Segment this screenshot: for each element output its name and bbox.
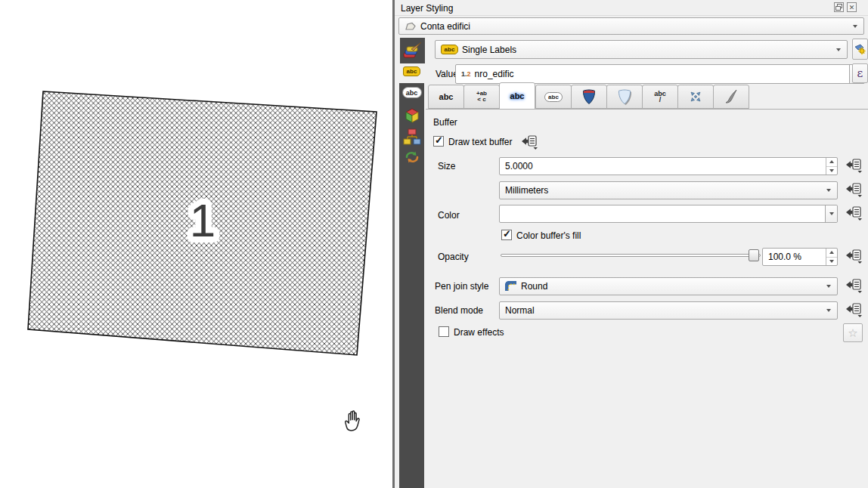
draw-effects-checkbox[interactable] [439, 326, 449, 337]
map-feature-polygon: 1 [0, 0, 392, 488]
value-expression-field[interactable]: 1.2 nro_edific [455, 64, 865, 84]
chevron-down-icon [829, 212, 834, 215]
panel-title: Layer Styling [401, 3, 453, 14]
style-gear-icon [854, 43, 866, 55]
chevron-down-icon [826, 285, 831, 288]
expression-value: nro_edific [475, 69, 514, 79]
sidebar-item-history[interactable] [399, 150, 424, 165]
layer-name: Conta edifici [420, 21, 470, 32]
spin-arrows[interactable] [826, 158, 837, 175]
chevron-down-icon [826, 189, 831, 192]
tab-formatting[interactable]: +ab < c [463, 85, 500, 109]
single-labels-tag-icon: abc [441, 45, 458, 54]
buffer-color-swatch[interactable] [499, 205, 838, 223]
expression-builder-button[interactable]: ε [852, 63, 868, 83]
size-unit-select[interactable]: Millimeters [499, 181, 838, 199]
close-icon: ✕ [849, 4, 855, 11]
data-defined-override-icon[interactable] [845, 249, 863, 264]
data-defined-override-icon[interactable] [845, 182, 863, 198]
epsilon-icon: ε [857, 66, 863, 80]
sidebar-item-symbology[interactable] [400, 38, 425, 63]
pen-join-style-select[interactable]: Round [499, 277, 838, 295]
shadow-icon [616, 88, 633, 105]
chevron-down-icon [826, 309, 831, 312]
opacity-label: Opacity [438, 252, 469, 262]
title-separator [395, 15, 868, 16]
size-value: 5.0000 [505, 161, 533, 171]
sidebar-item-labels-active[interactable]: abc [399, 66, 424, 76]
draw-text-buffer-checkbox[interactable] [433, 136, 444, 147]
labels-tag-icon: abc [403, 66, 420, 76]
diagrams-icon [403, 128, 421, 145]
tab-text[interactable]: abc [428, 85, 464, 109]
history-arrows-icon [404, 150, 420, 165]
color-label: Color [438, 210, 460, 221]
color-dropdown-button[interactable] [825, 205, 837, 222]
size-spinbox[interactable]: 5.0000 [499, 157, 838, 175]
opacity-value: 100.0 % [768, 252, 801, 262]
placement-arrows-icon [687, 88, 704, 105]
sidebar-item-diagrams[interactable] [399, 128, 424, 145]
opacity-slider-handle[interactable] [749, 249, 759, 261]
draw-effects-label: Draw effects [454, 327, 504, 338]
undock-icon [835, 4, 842, 11]
mask-cloud-icon: abc [402, 87, 422, 98]
tab-background[interactable] [571, 85, 607, 109]
blend-mode-value: Normal [505, 305, 535, 316]
tabbar-baseline [426, 109, 868, 110]
cube-3d-icon [404, 107, 420, 124]
data-defined-override-icon[interactable] [845, 278, 863, 294]
color-buffers-fill-label: Color buffer's fill [516, 230, 581, 241]
tab-mask[interactable]: abc [535, 85, 572, 109]
layer-selector[interactable]: Conta edifici [398, 17, 864, 35]
spin-arrows[interactable] [826, 249, 837, 265]
tab-callouts[interactable]: abc / [642, 85, 678, 109]
data-defined-override-icon[interactable] [845, 302, 863, 318]
decimal-field-type-icon: 1.2 [461, 70, 471, 78]
layer-styling-panel: Layer Styling ✕ Conta edifici [395, 0, 868, 488]
feature-label: 1 [190, 194, 215, 246]
chevron-down-icon [836, 48, 841, 51]
mask-cloud-icon: abc [544, 92, 563, 102]
opacity-slider-track[interactable] [501, 254, 761, 257]
sidebar-item-3d-view[interactable] [399, 107, 424, 124]
style-manager-button[interactable] [852, 39, 868, 60]
data-defined-override-icon[interactable] [845, 158, 863, 174]
blend-mode-label: Blend mode [435, 305, 483, 316]
labeling-mode-value: Single Labels [462, 45, 516, 55]
undock-button[interactable] [834, 2, 844, 12]
data-defined-override-icon[interactable] [845, 205, 863, 221]
chevron-down-icon [853, 25, 857, 28]
app-window: 1 Layer Styling ✕ Conta edifici [0, 0, 868, 488]
tab-rendering[interactable] [713, 85, 749, 109]
unit-value: Millimeters [505, 185, 548, 196]
buffer-section-heading: Buffer [433, 117, 457, 128]
data-defined-override-icon[interactable] [520, 134, 538, 150]
sidebar-item-masks[interactable]: abc [399, 87, 424, 98]
labeling-mode-select[interactable]: abc Single Labels [435, 40, 848, 59]
map-canvas[interactable]: 1 [0, 0, 392, 488]
size-label: Size [438, 161, 455, 171]
pan-hand-cursor [343, 409, 364, 432]
tab-shadow[interactable] [606, 85, 643, 109]
draw-text-buffer-label: Draw text buffer [448, 137, 512, 147]
pen-join-style-value: Round [521, 281, 547, 292]
polygon-layer-icon [405, 22, 417, 31]
tab-placement[interactable] [677, 85, 714, 109]
rendering-brush-icon [723, 88, 739, 105]
close-button[interactable]: ✕ [847, 2, 857, 12]
tab-buffer-active[interactable]: abc [499, 82, 535, 110]
round-join-icon [505, 281, 517, 292]
color-buffers-fill-checkbox[interactable] [501, 230, 512, 240]
blend-mode-select[interactable]: Normal [499, 301, 838, 320]
symbology-paintbrush-icon [403, 42, 423, 60]
star-icon: ☆ [848, 326, 857, 340]
opacity-spinbox[interactable]: 100.0 % [762, 248, 838, 266]
background-shield-icon [581, 88, 597, 105]
customize-effects-button[interactable]: ☆ [843, 323, 863, 342]
pen-join-style-label: Pen join style [435, 281, 488, 292]
